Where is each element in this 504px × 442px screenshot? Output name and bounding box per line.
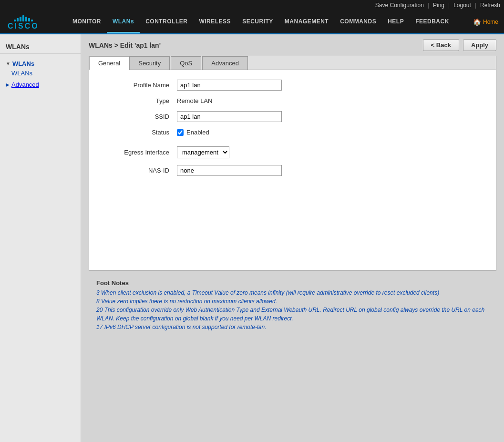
signal-bar-3: [20, 17, 21, 21]
footnotes: Foot Notes 3 When client exclusion is en…: [89, 275, 496, 336]
type-label: Type: [101, 97, 177, 104]
sidebar-item-advanced[interactable]: ▶ Advanced: [0, 80, 81, 90]
nav-security[interactable]: SECURITY: [237, 10, 279, 33]
status-enabled-label: Enabled: [186, 129, 209, 136]
egress-label: Egress Interface: [101, 149, 177, 156]
footnote-4: 17 IPv6 DHCP server configuration is not…: [96, 323, 489, 331]
sidebar: WLANs ▼ WLANs WLANs ▶ Advanced: [0, 34, 81, 442]
nasid-row: NAS-ID: [101, 165, 484, 176]
nav-bar: CISCO MONITOR WLANs CONTROLLER WIRELESS …: [0, 10, 504, 34]
signal-bar-2: [17, 18, 19, 21]
nav-links: MONITOR WLANs CONTROLLER WIRELESS SECURI…: [67, 10, 455, 33]
signal-bar-6: [28, 18, 30, 21]
status-checkbox-row: Enabled: [177, 129, 209, 136]
sidebar-arrow-wlans: ▼: [6, 61, 10, 66]
nav-feedback[interactable]: FEEDBACK: [410, 10, 455, 33]
nav-controller[interactable]: CONTROLLER: [140, 10, 193, 33]
save-config-link[interactable]: Save Configuration: [375, 2, 424, 9]
cisco-logo: CISCO: [0, 10, 67, 33]
nav-help[interactable]: HELP: [382, 10, 410, 33]
nav-monitor[interactable]: MONITOR: [67, 10, 107, 33]
nav-right: 🏠 Home: [473, 10, 504, 33]
nav-wireless[interactable]: WIRELESS: [193, 10, 237, 33]
type-row: Type Remote LAN: [101, 97, 484, 104]
breadcrumb: WLANs > Edit 'ap1 lan': [89, 41, 161, 49]
home-link[interactable]: 🏠 Home: [473, 18, 498, 26]
sidebar-title: WLANs: [0, 39, 81, 54]
profile-name-input[interactable]: [177, 80, 282, 91]
page-layout: WLANs ▼ WLANs WLANs ▶ Advanced WLANs > E…: [0, 34, 504, 442]
sidebar-advanced-link[interactable]: Advanced: [11, 81, 39, 88]
tabs: General Security QoS Advanced: [89, 56, 496, 70]
sidebar-arrow-advanced: ▶: [6, 82, 10, 87]
profile-name-row: Profile Name: [101, 80, 484, 91]
form-content: Profile Name Type Remote LAN SSID Status: [89, 70, 496, 270]
ssid-row: SSID: [101, 111, 484, 122]
signal-bar-7: [31, 20, 33, 21]
nav-commands[interactable]: COMMANDS: [334, 10, 382, 33]
footnote-3: 20 This configuration override only Web …: [96, 306, 489, 323]
tab-general[interactable]: General: [89, 56, 129, 70]
sidebar-wlans-link[interactable]: WLANs: [12, 60, 34, 67]
tab-advanced[interactable]: Advanced: [202, 56, 248, 70]
tab-security[interactable]: Security: [129, 56, 170, 70]
nav-wlans[interactable]: WLANs: [107, 10, 140, 33]
nasid-label: NAS-ID: [101, 167, 177, 174]
refresh-link[interactable]: Refresh: [480, 2, 500, 9]
sidebar-item-wlans[interactable]: ▼ WLANs: [0, 59, 81, 69]
ssid-label: SSID: [101, 113, 177, 120]
sep1: |: [428, 2, 429, 9]
status-checkbox[interactable]: [177, 129, 184, 136]
nasid-input[interactable]: [177, 165, 282, 176]
nav-management[interactable]: MANAGEMENT: [279, 10, 334, 33]
logout-link[interactable]: Logout: [453, 2, 471, 9]
egress-select[interactable]: management: [177, 146, 229, 158]
main-content: WLANs > Edit 'ap1 lan' < Back Apply Gene…: [81, 34, 504, 442]
sidebar-sub-wlans: WLANs: [0, 69, 81, 78]
sep2: |: [448, 2, 450, 9]
home-icon: 🏠: [473, 18, 481, 26]
sidebar-section-wlans: ▼ WLANs WLANs: [0, 57, 81, 80]
signal-bar-5: [25, 17, 27, 21]
egress-row: Egress Interface management: [101, 146, 484, 158]
top-bar: Save Configuration | Ping | Logout | Ref…: [0, 0, 504, 10]
status-label: Status: [101, 129, 177, 136]
status-row: Status Enabled: [101, 129, 484, 136]
breadcrumb-bar: WLANs > Edit 'ap1 lan' < Back Apply: [89, 39, 496, 51]
home-label: Home: [483, 19, 498, 25]
profile-name-label: Profile Name: [101, 82, 177, 89]
footnote-2: 8 Value zero implies there is no restric…: [96, 297, 489, 306]
cisco-text: CISCO: [8, 22, 39, 31]
signal-bar-1: [14, 20, 16, 21]
apply-button[interactable]: Apply: [463, 39, 496, 51]
ping-link[interactable]: Ping: [433, 2, 444, 9]
type-value: Remote LAN: [177, 97, 212, 104]
back-button[interactable]: < Back: [423, 39, 459, 51]
sep3: |: [475, 2, 476, 9]
tab-qos[interactable]: QoS: [171, 56, 201, 70]
footnotes-title: Foot Notes: [96, 279, 489, 287]
sidebar-wlans-sub-link[interactable]: WLANs: [11, 69, 81, 78]
ssid-input[interactable]: [177, 111, 282, 122]
footnote-1: 3 When client exclusion is enabled, a Ti…: [96, 288, 489, 297]
signal-bar-4: [22, 15, 24, 21]
action-buttons: < Back Apply: [423, 39, 496, 51]
tab-panel: General Security QoS Advanced Profile Na…: [89, 56, 496, 271]
